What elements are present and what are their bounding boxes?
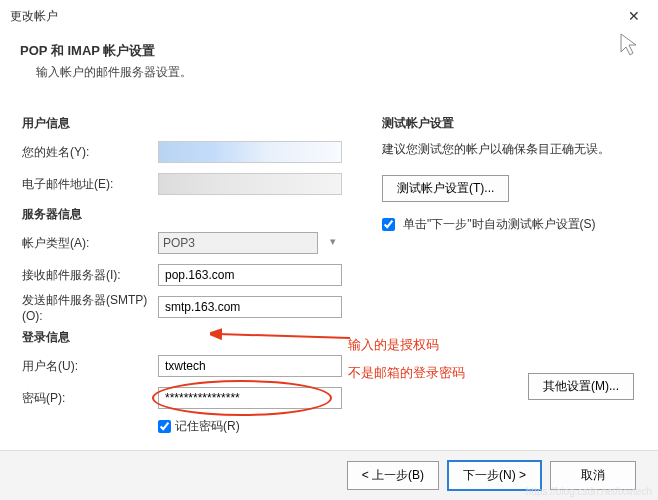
other-settings-button[interactable]: 其他设置(M)... — [528, 373, 634, 400]
watermark: https://blog.csdn.net/txwtech — [526, 486, 652, 497]
account-type-select — [158, 232, 318, 254]
cursor-icon — [618, 32, 640, 63]
label-smtp-server: 发送邮件服务器(SMTP)(O): — [22, 292, 158, 323]
label-username: 用户名(U): — [22, 358, 158, 375]
test-account-button[interactable]: 测试帐户设置(T)... — [382, 175, 509, 202]
section-test-account: 测试帐户设置 — [382, 115, 636, 132]
section-login-info: 登录信息 — [22, 329, 342, 346]
test-description: 建议您测试您的帐户以确保条目正确无误。 — [382, 140, 636, 159]
section-user-info: 用户信息 — [22, 115, 342, 132]
label-account-type: 帐户类型(A): — [22, 235, 158, 252]
username-input[interactable] — [158, 355, 342, 377]
annotation-text-1: 输入的是授权码 — [348, 336, 439, 354]
label-name: 您的姓名(Y): — [22, 144, 158, 161]
section-server-info: 服务器信息 — [22, 206, 342, 223]
label-remember-password: 记住密码(R) — [175, 418, 240, 435]
smtp-server-input[interactable] — [158, 296, 342, 318]
name-field[interactable] — [158, 141, 342, 163]
label-incoming-server: 接收邮件服务器(I): — [22, 267, 158, 284]
header-subtitle: 输入帐户的邮件服务器设置。 — [36, 64, 638, 81]
remember-password-checkbox[interactable] — [158, 420, 171, 433]
back-button[interactable]: < 上一步(B) — [347, 461, 439, 490]
label-auto-test: 单击"下一步"时自动测试帐户设置(S) — [403, 216, 596, 233]
label-password: 密码(P): — [22, 390, 158, 407]
header-title: POP 和 IMAP 帐户设置 — [20, 42, 638, 60]
close-icon[interactable]: ✕ — [620, 6, 648, 26]
auto-test-checkbox[interactable] — [382, 218, 395, 231]
email-field[interactable] — [158, 173, 342, 195]
label-email: 电子邮件地址(E): — [22, 176, 158, 193]
password-input[interactable] — [158, 387, 342, 409]
annotation-text-2: 不是邮箱的登录密码 — [348, 364, 465, 382]
incoming-server-input[interactable] — [158, 264, 342, 286]
dialog-title: 更改帐户 — [10, 8, 58, 25]
